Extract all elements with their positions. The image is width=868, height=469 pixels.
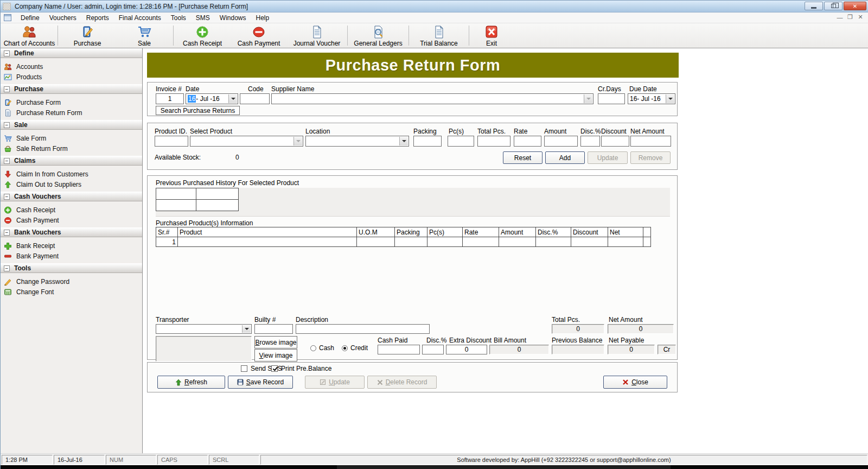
collapse-icon[interactable]: − [4, 265, 10, 271]
add-button[interactable]: Add [545, 151, 585, 164]
toolbar-general-ledgers[interactable]: General Ledgers [348, 23, 408, 48]
menu-define[interactable]: Define [16, 12, 44, 23]
net-amount-field[interactable] [630, 136, 671, 147]
sidebar-item-sale-return-form[interactable]: Sale Return Form [1, 143, 142, 154]
radio-cash[interactable] [310, 345, 316, 351]
description-field[interactable] [296, 324, 430, 334]
discount-field[interactable] [601, 136, 629, 147]
date-picker[interactable]: 16- Jul -16 [186, 93, 238, 104]
menu-final-accounts[interactable]: Final Accounts [114, 12, 166, 23]
toolbar-trial-balance[interactable]: Trial Balance [410, 23, 468, 48]
sidebar-section-define[interactable]: − Define [1, 48, 142, 58]
print-pre-balance-option[interactable]: Print Pre.Balance [271, 365, 331, 372]
delete-record-button[interactable]: Delete Record [367, 376, 437, 389]
toolbar-cash-payment[interactable]: Cash Payment [231, 23, 287, 48]
toolbar-exit[interactable]: Exit [470, 23, 513, 48]
extra-discount-field[interactable]: 0 [446, 345, 487, 354]
collapse-icon[interactable]: − [4, 158, 10, 164]
toolbar-cash-receipt[interactable]: Cash Receipt [174, 23, 231, 48]
packing-field[interactable] [413, 136, 442, 147]
footer-disc-pct-field[interactable] [422, 345, 444, 354]
sidebar-section-cash-vouchers[interactable]: − Cash Vouchers [1, 192, 142, 201]
items-table[interactable]: Sr.# Product U.O.M Packing Pc(s) Rate Am… [156, 227, 651, 247]
save-record-button[interactable]: Save Record [228, 376, 293, 389]
sidebar-item-cash-payment[interactable]: Cash Payment [1, 215, 142, 225]
sidebar-item-sale-form[interactable]: Sale Form [1, 133, 142, 143]
select-product-combo[interactable] [190, 136, 303, 147]
toolbar-chart-of-accounts[interactable]: Chart of Accounts [2, 23, 57, 48]
sidebar-section-tools[interactable]: − Tools [1, 263, 142, 273]
toolbar-journal-voucher[interactable]: Journal Voucher [287, 23, 347, 48]
radio-credit[interactable] [342, 345, 348, 351]
sidebar-item-accounts[interactable]: Accounts [1, 61, 142, 72]
sidebar-item-change-font[interactable]: Change Font [1, 287, 142, 297]
sidebar-item-claim-out[interactable]: Claim Out to Suppliers [1, 179, 142, 189]
menu-tools[interactable]: Tools [166, 12, 191, 23]
minimize-button[interactable] [805, 2, 823, 10]
search-purchase-returns-button[interactable]: Search Purchase Returns [156, 106, 240, 115]
chevron-down-icon[interactable] [242, 325, 251, 333]
sidebar-item-purchase-form[interactable]: Purchase Form [1, 97, 142, 107]
menu-help[interactable]: Help [251, 12, 275, 23]
browse-image-button[interactable]: Browse image [254, 336, 297, 348]
menu-vouchers[interactable]: Vouchers [44, 12, 81, 23]
collapse-icon[interactable]: − [4, 50, 10, 56]
close-button[interactable]: ✕ [844, 2, 866, 10]
sidebar-item-bank-receipt[interactable]: Bank Receipt [1, 240, 142, 251]
collapse-icon[interactable]: − [4, 122, 10, 128]
history-grid[interactable] [156, 188, 239, 211]
mdi-restore-button[interactable]: ❐ [847, 14, 853, 21]
total-pcs-field[interactable] [477, 136, 510, 147]
product-id-field[interactable] [155, 136, 188, 147]
pcs-field[interactable] [448, 136, 474, 147]
chevron-down-icon[interactable] [293, 137, 302, 145]
chevron-down-icon[interactable] [584, 94, 592, 103]
menu-reports[interactable]: Reports [81, 12, 114, 23]
rate-field[interactable] [514, 136, 541, 147]
cash-paid-field[interactable] [378, 345, 420, 354]
close-form-button[interactable]: Close [603, 376, 667, 389]
remove-line-button[interactable]: Remove [630, 151, 671, 164]
mdi-close-button[interactable]: ✕ [858, 14, 863, 21]
collapse-icon[interactable]: − [4, 86, 10, 92]
menu-windows[interactable]: Windows [215, 12, 251, 23]
sidebar-section-sale[interactable]: − Sale [1, 120, 142, 130]
sidebar-item-products[interactable]: Products [1, 72, 142, 82]
reset-button[interactable]: Reset [503, 151, 542, 164]
code-field[interactable] [240, 93, 270, 104]
table-row[interactable]: 1 [156, 237, 651, 247]
sidebar-section-claims[interactable]: − Claims [1, 156, 142, 166]
invoice-no-field[interactable]: 1 [156, 93, 184, 104]
menu-sms[interactable]: SMS [191, 12, 215, 23]
sidebar-section-bank-vouchers[interactable]: − Bank Vouchers [1, 227, 142, 237]
view-image-button[interactable]: View image [254, 349, 297, 362]
print-pre-balance-checkbox[interactable] [271, 365, 278, 372]
chevron-down-icon[interactable] [228, 94, 237, 103]
due-date-picker[interactable]: 16- Jul -16 [628, 93, 675, 104]
update-record-button[interactable]: Update [305, 376, 365, 389]
sidebar-item-change-password[interactable]: Change Password [1, 276, 142, 287]
sidebar-item-cash-receipt[interactable]: Cash Receipt [1, 205, 142, 215]
restore-button[interactable] [824, 2, 843, 10]
chevron-down-icon[interactable] [399, 137, 408, 145]
collapse-icon[interactable]: − [4, 194, 10, 200]
sidebar-item-bank-payment[interactable]: Bank Payment [1, 251, 142, 261]
disc-pct-field[interactable] [580, 136, 600, 147]
toolbar-purchase[interactable]: Purchase [59, 23, 116, 48]
update-line-button[interactable]: Update [588, 151, 628, 164]
location-combo[interactable] [305, 136, 409, 147]
toolbar-sale[interactable]: Sale [116, 23, 173, 48]
pay-mode-cash[interactable]: Cash [310, 344, 334, 352]
collapse-icon[interactable]: − [4, 230, 10, 236]
cr-days-field[interactable] [598, 93, 625, 104]
sidebar-item-claim-in[interactable]: Claim In from Customers [1, 169, 142, 179]
builty-field[interactable] [254, 324, 293, 334]
mdi-minimize-button[interactable]: — [837, 14, 843, 21]
pay-mode-credit[interactable]: Credit [342, 344, 368, 352]
sidebar-item-purchase-return-form[interactable]: Purchase Return Form [1, 107, 142, 118]
supplier-name-combo[interactable] [271, 93, 593, 104]
refresh-button[interactable]: Refresh [157, 376, 225, 389]
sidebar-section-purchase[interactable]: − Purchase [1, 84, 142, 94]
chevron-down-icon[interactable] [666, 94, 674, 103]
send-sms-checkbox[interactable] [241, 365, 247, 372]
